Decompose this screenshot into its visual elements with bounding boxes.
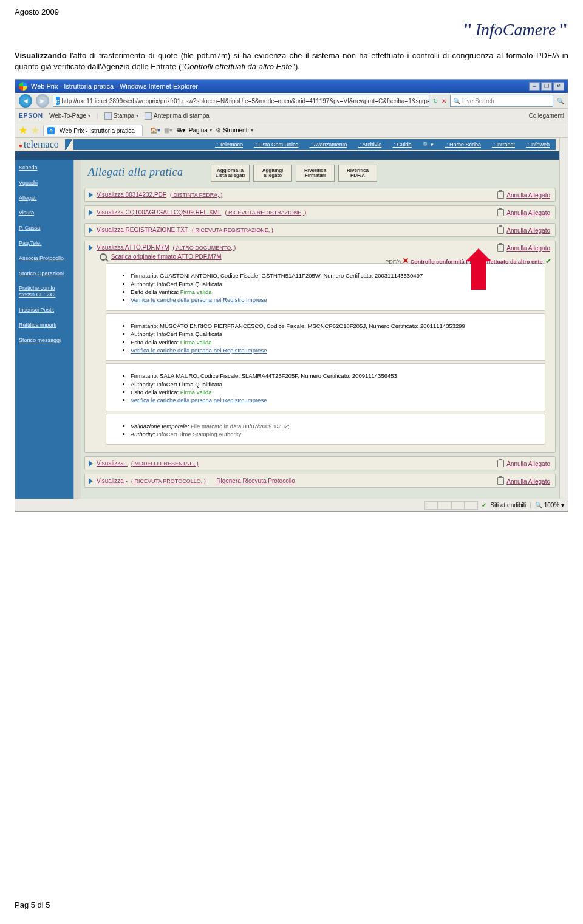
page-scrollbar[interactable] [559,138,568,499]
attachment-meta: ( DISTINTA FEDRA, ) [170,192,222,198]
annulla-link[interactable]: Annulla Allegato [497,191,550,199]
nav-guida[interactable]: .: Guida [392,142,412,148]
nav-infoweb[interactable]: .: Infoweb [526,142,550,148]
attachment-link[interactable]: Visualizza CQT00AGUGALLCQS09.REL.XML [97,209,221,216]
anteprima-button[interactable]: Anteprima di stampa [145,112,210,120]
expand-icon[interactable] [89,478,93,484]
nav-telemaco[interactable]: .: Telemaco [215,142,243,148]
add-favorites-icon[interactable] [31,126,39,135]
home-icon[interactable]: 🏠▾ [150,127,160,134]
expand-icon[interactable] [89,245,93,251]
nav-forward-icon[interactable]: ► [36,94,49,108]
sidebar-item[interactable]: Associa Protocollo [19,255,71,262]
nav-homescriba[interactable]: .: Home Scriba [445,142,481,148]
epson-label: EPSON [19,112,43,119]
expand-icon[interactable] [89,192,93,198]
sidebar-item[interactable]: Rettifica importi [19,322,71,329]
verify-link[interactable]: Verifica le cariche della persona nel Re… [131,397,267,403]
sidebar-item[interactable]: Scheda [19,165,71,171]
header-date: Agosto 2009 [15,7,568,16]
trash-icon [497,244,504,252]
infocamere-logo: "InfoCamere" [463,19,568,39]
search-go-icon[interactable]: 🔍 [557,98,564,104]
pagina-menu[interactable]: Pagina [189,127,212,134]
annulla-link[interactable]: Annulla Allegato [497,477,550,485]
attachment-link[interactable]: Visualizza - [97,477,128,484]
rigenera-link[interactable]: Rigenera Ricevuta Protocollo [216,477,295,484]
status-zoom[interactable]: 🔍 100% ▾ [535,502,564,508]
expand-icon[interactable] [89,227,93,233]
verify-link[interactable]: Verifica le cariche della persona nel Re… [131,347,267,354]
window-title: Web Prix - Istruttoria pratica - Windows… [31,83,529,90]
nav-archivio[interactable]: .: Archivio [358,142,381,148]
stop-icon[interactable]: ✕ [442,98,446,104]
stampa-button[interactable]: Stampa [104,112,138,120]
nav-avanzamento[interactable]: .: Avanzamento [309,142,347,148]
status-zone: Siti attendibili [490,502,526,508]
sidebar-item[interactable]: Vquadri [19,180,71,187]
scarica-link[interactable]: Scarica originale firmato ATTO.PDF.M7M [111,253,222,260]
feeds-icon[interactable]: ▦▾ [164,127,172,134]
sidebar-item[interactable]: Storico Operazioni [19,270,71,277]
nav-intranet[interactable]: .: Intranet [492,142,515,148]
browser-tab[interactable]: e Web Prix - Istruttoria pratica [43,125,143,136]
refresh-icon[interactable]: ↻ [433,98,438,104]
trash-icon [497,460,504,467]
webtopage-button[interactable]: Web-To-Page [49,112,90,119]
epson-toolbar: EPSON Web-To-Page | Stampa Anteprima di … [15,109,568,123]
collegamenti-label[interactable]: Collegamenti [529,112,564,119]
attachment-card: Visualizza 80314232.PDF ( DISTINTA FEDRA… [84,188,556,202]
nav-listacom[interactable]: .: Lista Com.Unica [254,142,299,148]
ie-page-icon: e [56,97,60,105]
sidebar-item[interactable]: Visura [19,210,71,216]
aggiorna-button[interactable]: Aggiorna la Lista allegati [211,165,250,182]
annulla-link[interactable]: Annulla Allegato [497,227,550,234]
attachment-link[interactable]: Visualizza - [97,460,128,467]
attachment-meta: ( RICEVUTA REGISTRAZIONE, ) [192,227,273,233]
verify-link[interactable]: Verifica le cariche della persona nel Re… [131,296,267,303]
tab-page-icon: e [47,127,55,134]
attachment-link[interactable]: Visualizza REGISTRAZIONE.TXT [97,227,188,233]
url-text: http://uxc11.icnet:3899/scrb/webprix/pri… [62,98,429,104]
attachment-card: Visualizza - ( MODELLI PRESENTATI, ) Ann… [84,456,556,470]
sidebar-item[interactable]: P. Cassa [19,225,71,231]
attachment-link[interactable]: Visualizza 80314232.PDF [97,191,166,198]
expand-icon[interactable] [89,460,93,467]
annulla-link[interactable]: Annulla Allegato [497,460,550,467]
url-input[interactable]: e http://uxc11.icnet:3899/scrb/webprix/p… [53,95,429,107]
page-footer: Pag 5 di 5 [0,900,583,917]
sidebar-scrollbar[interactable] [73,160,81,499]
sidebar-item[interactable]: Storico messaggi [19,337,71,344]
sidebar-item[interactable]: Allegati [19,195,71,202]
nav-back-icon[interactable]: ◄ [19,94,32,108]
expand-icon[interactable] [89,210,93,216]
sidebar-item[interactable]: Pag.Tele. [19,240,71,247]
page-title: Allegati alla pratica [84,165,206,181]
attachment-link[interactable]: Visualizza ATTO.PDF.M7M [97,244,169,251]
attachment-meta: ( RICEVUTA REGISTRAZIONE, ) [225,210,306,216]
annulla-link[interactable]: Annulla Allegato [497,244,550,252]
print-icon-2[interactable]: 🖶▾ [176,127,185,134]
browser-statusbar: ✔ Siti attendibili | 🔍 100% ▾ [15,499,568,511]
riverifica-pdfa-button[interactable]: Riverifica PDF/A [338,165,377,182]
trash-icon [497,477,504,485]
trash-icon [497,209,504,216]
tab-strip: e Web Prix - Istruttoria pratica 🏠▾ ▦▾ 🖶… [15,123,568,138]
sidebar-item[interactable]: Pratiche con lo stesso CF: 242 [19,285,71,298]
browser-search-input[interactable]: 🔍 Live Search [450,95,553,107]
riverifica-firmatari-button[interactable]: Riverifica Firmatari [296,165,335,182]
window-restore[interactable]: ❐ [541,82,552,91]
attachment-meta: ( ALTRO DOCUMENTO, ) [172,245,236,251]
intro-paragraph: Visualizzando l'atto di trasferimento di… [15,50,568,72]
search-icon: 🔍 [453,98,460,104]
nav-search-icon[interactable]: 🔍 ▾ [423,142,434,148]
aggiungi-button[interactable]: Aggiungi allegato [253,165,292,182]
attachment-card: Visualizza - ( RICEVUTA PROTOCOLLO, ) Ri… [84,474,556,488]
annulla-link[interactable]: Annulla Allegato [497,209,550,216]
favorites-icon[interactable] [19,126,27,135]
signatory-box: Firmatario: SALA MAURO, Codice Fiscale: … [106,363,545,411]
window-minimize[interactable]: – [529,82,540,91]
strumenti-menu[interactable]: ⚙ Strumenti [216,127,253,134]
sidebar-item[interactable]: Inserisci Postit [19,307,71,313]
window-close[interactable]: ✕ [553,82,564,91]
